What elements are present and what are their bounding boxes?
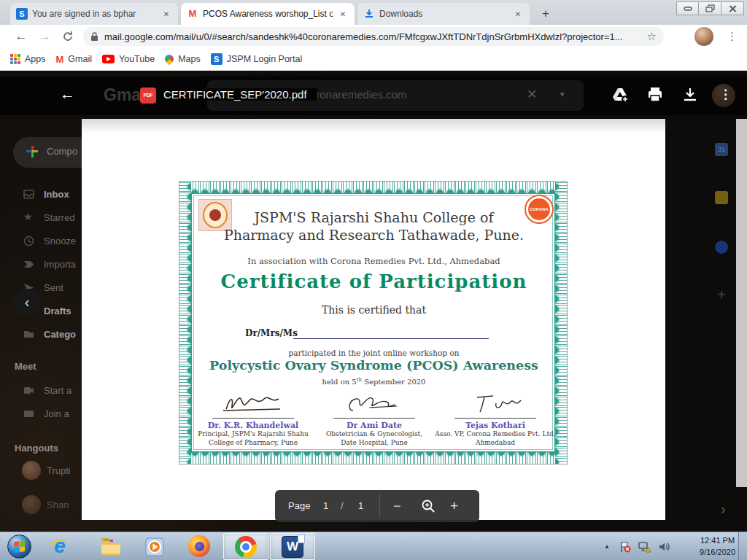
categories-icon bbox=[23, 329, 34, 340]
bookmark-star-icon[interactable]: ☆ bbox=[647, 30, 657, 43]
url-text: mail.google.com/mail/u/0/#search/sandesh… bbox=[104, 31, 647, 42]
signer-desc: Asso. VP, Corona Remedies Pvt. Ltd. bbox=[433, 430, 557, 439]
signer-name: Dr Ami Date bbox=[312, 421, 436, 430]
signer-name: Tejas Kothari bbox=[433, 421, 557, 430]
sidebar-item-categories: Catego bbox=[44, 329, 76, 340]
tab-downloads[interactable]: Downloads ✕ bbox=[357, 3, 530, 25]
sidebar-item-inbox: Inbox bbox=[44, 189, 69, 200]
word-icon: W bbox=[282, 536, 303, 558]
next-attachment-chevron[interactable]: › bbox=[721, 501, 726, 518]
page-separator: / bbox=[341, 490, 344, 522]
windows-flag-icon bbox=[14, 540, 26, 553]
taskbar-clock[interactable]: 12:41 PM 9/16/2020 bbox=[700, 534, 735, 558]
sidebar-item-important: Importa bbox=[44, 259, 76, 270]
contact-avatar bbox=[22, 461, 41, 480]
youtube-icon bbox=[102, 55, 115, 63]
start-button[interactable] bbox=[7, 534, 31, 559]
chrome-icon bbox=[235, 536, 257, 558]
signer-name: Dr. K.R. Khandelwal bbox=[191, 421, 315, 430]
meet-header: Meet bbox=[15, 361, 36, 372]
controls-divider bbox=[379, 494, 380, 518]
new-tab-button[interactable]: + bbox=[537, 6, 554, 22]
clear-search-icon: ✕ bbox=[527, 87, 537, 102]
current-page: 1 bbox=[323, 490, 328, 522]
bookmark-apps[interactable]: Apps bbox=[10, 54, 46, 64]
signature-line bbox=[333, 418, 415, 419]
contact-trupti: Trupti bbox=[47, 465, 71, 476]
signature-amidate-icon bbox=[334, 390, 414, 416]
signature-khandelwal-icon bbox=[213, 390, 293, 416]
maps-pin-icon bbox=[163, 53, 176, 66]
certify-text: This is certified that bbox=[179, 304, 568, 316]
sidebar-item-sent: Sent bbox=[44, 282, 63, 293]
side-panel-edge bbox=[736, 119, 747, 487]
download-button[interactable] bbox=[681, 86, 699, 104]
internet-explorer-icon[interactable]: e bbox=[48, 535, 71, 559]
signer-desc: Date Hospital, Pune bbox=[312, 439, 436, 448]
media-player-icon[interactable] bbox=[143, 535, 166, 559]
add-to-drive-button[interactable] bbox=[611, 86, 630, 104]
contact-avatar bbox=[22, 495, 41, 514]
close-tab-icon[interactable]: ✕ bbox=[160, 10, 172, 18]
keyboard-icon bbox=[23, 408, 34, 419]
action-center-flag-icon[interactable] bbox=[619, 540, 632, 553]
compose-label: Compo bbox=[47, 146, 77, 157]
bookmark-label: Gmail bbox=[68, 54, 92, 64]
held-on-line: held on 5th September 2020 bbox=[179, 377, 568, 386]
show-hidden-icons[interactable]: ▲ bbox=[604, 543, 610, 550]
refresh-button[interactable] bbox=[58, 28, 77, 45]
addons-plus-icon: + bbox=[715, 288, 728, 301]
association-line: In association with Corona Remedies Pvt.… bbox=[179, 256, 568, 266]
address-bar[interactable]: mail.google.com/mail/u/0/#search/sandesh… bbox=[83, 27, 664, 46]
bookmark-maps[interactable]: Maps bbox=[165, 54, 201, 64]
firefox-icon[interactable] bbox=[188, 535, 212, 559]
signature-line bbox=[454, 418, 536, 419]
minimize-button[interactable] bbox=[676, 1, 699, 15]
total-pages: 1 bbox=[358, 490, 363, 522]
volume-icon[interactable] bbox=[658, 540, 671, 553]
restore-button[interactable] bbox=[699, 1, 721, 15]
tab-title: PCOS Awareness worshop_List of bbox=[203, 9, 333, 19]
zoom-in-button[interactable]: + bbox=[450, 490, 458, 522]
bookmark-youtube[interactable]: YouTube bbox=[102, 54, 155, 64]
s-favicon-icon: S bbox=[16, 8, 28, 20]
close-window-button[interactable] bbox=[721, 1, 744, 15]
bookmark-label: JSPM Login Portal bbox=[227, 54, 303, 64]
pdf-page: CORONA JSPM'S Rajarshi Shahu College of … bbox=[82, 119, 665, 520]
sidebar-item-snoozed: Snooze bbox=[44, 236, 76, 246]
clock-date: 9/16/2020 bbox=[700, 546, 735, 558]
tab-signed-in[interactable]: S You are signed in as bphar ✕ bbox=[10, 3, 178, 25]
tab-pcos-awareness[interactable]: M PCOS Awareness worshop_List of ✕ bbox=[181, 3, 355, 25]
back-button[interactable]: ← bbox=[12, 28, 31, 45]
back-to-mail-button[interactable]: ← bbox=[60, 85, 75, 103]
college-name-line1: JSPM'S Rajarshi Shahu College of bbox=[179, 209, 568, 225]
network-warning-icon[interactable] bbox=[638, 540, 652, 553]
prev-attachment-button[interactable]: ‹ bbox=[13, 289, 41, 316]
apps-grid-icon bbox=[10, 54, 20, 64]
bookmark-jspm[interactable]: S JSPM Login Portal bbox=[211, 53, 303, 65]
zoom-lens-icon[interactable] bbox=[421, 490, 436, 522]
zoom-out-button[interactable]: − bbox=[393, 490, 401, 522]
print-button[interactable] bbox=[646, 86, 664, 104]
chrome-taskbar-active[interactable] bbox=[223, 533, 268, 560]
show-desktop-button[interactable] bbox=[738, 532, 747, 560]
download-favicon-icon bbox=[363, 8, 375, 20]
profile-avatar[interactable] bbox=[694, 27, 713, 46]
file-explorer-icon[interactable] bbox=[99, 535, 123, 559]
hangouts-header: Hangouts bbox=[15, 443, 58, 454]
pdf-viewer-topbar: sandeshk@coronaremedies.com ✕ ▾ Gmail ← … bbox=[0, 77, 747, 115]
close-tab-icon[interactable]: ✕ bbox=[512, 10, 524, 18]
close-tab-icon[interactable]: ✕ bbox=[337, 10, 349, 18]
forward-button[interactable]: → bbox=[35, 28, 54, 45]
compose-plus-icon bbox=[25, 144, 39, 159]
browser-menu-icon[interactable]: ⋮ bbox=[727, 28, 738, 45]
important-icon bbox=[23, 259, 34, 270]
signature-tejas-icon bbox=[455, 390, 535, 416]
bookmark-gmail[interactable]: M Gmail bbox=[56, 54, 93, 65]
word-taskbar-active[interactable]: W bbox=[270, 533, 315, 560]
more-options-icon[interactable]: ⋮ bbox=[719, 87, 732, 102]
video-icon bbox=[23, 385, 34, 396]
certificate: CORONA JSPM'S Rajarshi Shahu College of … bbox=[179, 181, 568, 464]
signer-desc: Obstetrician & Gynecologist, bbox=[312, 430, 436, 439]
workshop-title: Polycystic Ovary Syndrome (PCOS) Awarene… bbox=[179, 358, 568, 373]
